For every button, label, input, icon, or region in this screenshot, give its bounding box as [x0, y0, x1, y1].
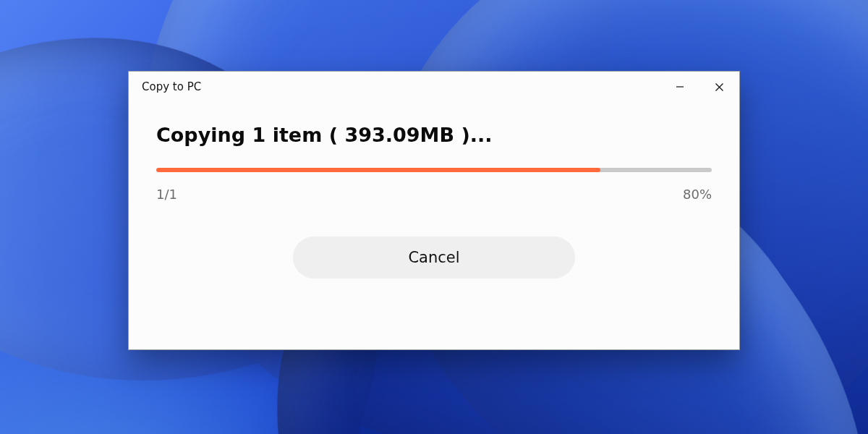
progress-fill — [156, 168, 600, 172]
close-icon — [715, 82, 724, 92]
progress-percent: 80% — [683, 187, 712, 202]
dialog-body: Copying 1 item ( 393.09MB )... 1/1 80% C… — [129, 102, 739, 278]
titlebar[interactable]: Copy to PC — [129, 72, 739, 102]
cancel-wrap: Cancel — [156, 237, 712, 278]
minimize-icon — [676, 82, 684, 91]
copy-headline: Copying 1 item ( 393.09MB )... — [156, 124, 712, 146]
progress-count: 1/1 — [156, 187, 177, 202]
desktop-wallpaper: Copy to PC Copying 1 item ( 393.09MB )..… — [0, 0, 868, 434]
close-button[interactable] — [699, 72, 739, 102]
cancel-button[interactable]: Cancel — [293, 237, 575, 278]
copy-dialog: Copy to PC Copying 1 item ( 393.09MB )..… — [128, 71, 740, 350]
minimize-button[interactable] — [660, 72, 699, 102]
progress-bar — [156, 168, 712, 172]
window-title: Copy to PC — [142, 80, 201, 93]
progress-meta: 1/1 80% — [156, 187, 712, 202]
